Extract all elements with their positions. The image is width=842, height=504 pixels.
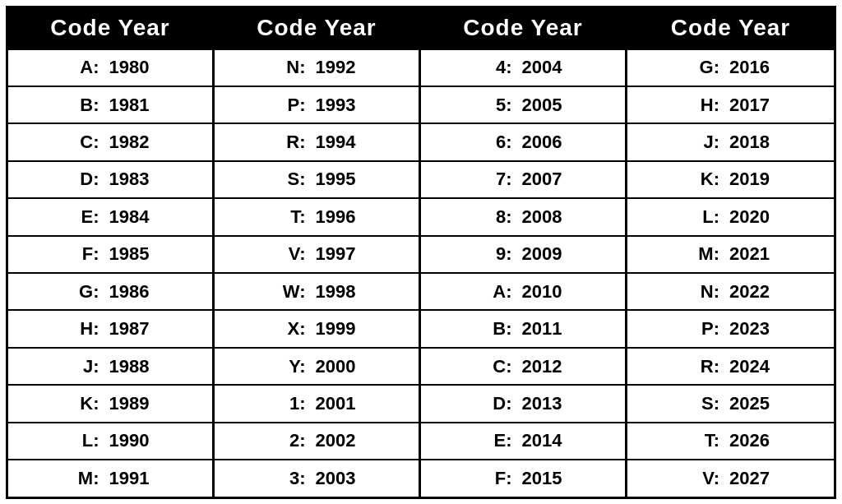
year-cell: 2018 bbox=[729, 132, 775, 153]
table-row: Y:2000 bbox=[215, 349, 419, 386]
table-row: T:1996 bbox=[215, 199, 419, 236]
code-cell: H: bbox=[687, 95, 719, 116]
column-0: Code YearA:1980B:1981C:1982D:1983E:1984F… bbox=[8, 8, 215, 497]
year-cell: 2002 bbox=[316, 430, 361, 451]
table-row: 2:2002 bbox=[215, 423, 419, 460]
year-cell: 2007 bbox=[522, 169, 567, 190]
table-row: A:1980 bbox=[8, 50, 212, 87]
code-cell: R: bbox=[687, 356, 719, 377]
table-row: V:2027 bbox=[627, 460, 834, 496]
code-cell: Y: bbox=[273, 356, 306, 377]
table-row: X:1999 bbox=[215, 311, 419, 348]
code-cell: H: bbox=[67, 318, 99, 340]
year-cell: 2010 bbox=[522, 281, 567, 303]
code-cell: R: bbox=[273, 132, 306, 153]
code-cell: L: bbox=[67, 430, 99, 451]
code-cell: D: bbox=[479, 393, 512, 414]
code-cell: V: bbox=[273, 243, 306, 265]
year-cell: 2004 bbox=[522, 57, 567, 78]
column-header-0: Code Year bbox=[8, 8, 212, 50]
code-cell: A: bbox=[67, 57, 99, 78]
table-row: B:2011 bbox=[421, 311, 625, 348]
table-row: 5:2005 bbox=[421, 87, 625, 124]
year-cell: 1996 bbox=[316, 206, 361, 228]
column-3: Code YearG:2016H:2017J:2018K:2019L:2020M… bbox=[627, 8, 834, 497]
table-row: E:1984 bbox=[8, 199, 212, 236]
year-cell: 2026 bbox=[729, 430, 775, 451]
table-row: G:2016 bbox=[627, 50, 834, 87]
year-cell: 1988 bbox=[109, 356, 155, 377]
table-row: F:1985 bbox=[8, 237, 212, 274]
year-cell: 1990 bbox=[109, 430, 155, 451]
table-row: M:1991 bbox=[8, 460, 212, 496]
table-row: V:1997 bbox=[215, 237, 419, 274]
table-row: J:1988 bbox=[8, 349, 212, 386]
year-cell: 2015 bbox=[522, 468, 567, 489]
code-cell: S: bbox=[273, 169, 306, 190]
table-row: H:2017 bbox=[627, 87, 834, 124]
table-row: 3:2003 bbox=[215, 460, 419, 496]
table-row: C:1982 bbox=[8, 124, 212, 161]
year-cell: 2001 bbox=[316, 393, 361, 414]
year-cell: 2021 bbox=[729, 243, 775, 265]
code-cell: 5: bbox=[479, 95, 512, 116]
year-cell: 2008 bbox=[522, 206, 567, 228]
code-cell: 8: bbox=[479, 206, 512, 228]
year-cell: 1995 bbox=[316, 169, 361, 190]
code-cell: M: bbox=[67, 468, 99, 489]
code-cell: X: bbox=[273, 318, 306, 340]
column-header-2: Code Year bbox=[421, 8, 625, 50]
code-cell: J: bbox=[687, 132, 719, 153]
year-cell: 1998 bbox=[316, 281, 361, 303]
code-cell: D: bbox=[67, 169, 99, 190]
table-row: J:2018 bbox=[627, 124, 834, 161]
year-cell: 2019 bbox=[729, 169, 775, 190]
code-cell: W: bbox=[273, 281, 306, 303]
code-cell: 1: bbox=[273, 393, 306, 414]
table-row: N:2022 bbox=[627, 274, 834, 311]
year-cell: 1986 bbox=[109, 281, 155, 303]
table-row: C:2012 bbox=[421, 349, 625, 386]
table-row: S:1995 bbox=[215, 162, 419, 199]
table-row: 7:2007 bbox=[421, 162, 625, 199]
column-rows-0: A:1980B:1981C:1982D:1983E:1984F:1985G:19… bbox=[8, 50, 212, 497]
year-cell: 1993 bbox=[316, 95, 361, 116]
code-cell: P: bbox=[687, 318, 719, 340]
table-row: R:1994 bbox=[215, 124, 419, 161]
code-cell: F: bbox=[67, 243, 99, 265]
column-header-3: Code Year bbox=[627, 8, 834, 50]
code-cell: B: bbox=[67, 95, 99, 116]
code-cell: J: bbox=[67, 356, 99, 377]
year-cell: 2006 bbox=[522, 132, 567, 153]
code-cell: C: bbox=[479, 356, 512, 377]
table-row: 4:2004 bbox=[421, 50, 625, 87]
code-cell: T: bbox=[273, 206, 306, 228]
table-row: R:2024 bbox=[627, 349, 834, 386]
code-cell: E: bbox=[67, 206, 99, 228]
column-rows-1: N:1992P:1993R:1994S:1995T:1996V:1997W:19… bbox=[215, 50, 419, 497]
column-rows-2: 4:20045:20056:20067:20078:20089:2009A:20… bbox=[421, 50, 625, 497]
code-cell: V: bbox=[687, 468, 719, 489]
year-cell: 2012 bbox=[522, 356, 567, 377]
table-row: 1:2001 bbox=[215, 386, 419, 423]
year-cell: 2000 bbox=[316, 356, 361, 377]
year-cell: 2027 bbox=[729, 468, 775, 489]
year-cell: 1980 bbox=[109, 57, 155, 78]
year-cell: 1985 bbox=[109, 243, 155, 265]
code-cell: G: bbox=[67, 281, 99, 303]
year-cell: 2020 bbox=[729, 206, 775, 228]
table-row: G:1986 bbox=[8, 274, 212, 311]
table-row: L:1990 bbox=[8, 423, 212, 460]
code-cell: T: bbox=[687, 430, 719, 451]
table-row: D:1983 bbox=[8, 162, 212, 199]
year-cell: 1991 bbox=[109, 468, 155, 489]
year-cell: 2016 bbox=[729, 57, 775, 78]
year-cell: 1987 bbox=[109, 318, 155, 340]
table-row: A:2010 bbox=[421, 274, 625, 311]
code-cell: 3: bbox=[273, 468, 306, 489]
code-cell: P: bbox=[273, 95, 306, 116]
table-row: K:1989 bbox=[8, 386, 212, 423]
year-cell: 1994 bbox=[316, 132, 361, 153]
table-row: H:1987 bbox=[8, 311, 212, 348]
table-row: 8:2008 bbox=[421, 199, 625, 236]
